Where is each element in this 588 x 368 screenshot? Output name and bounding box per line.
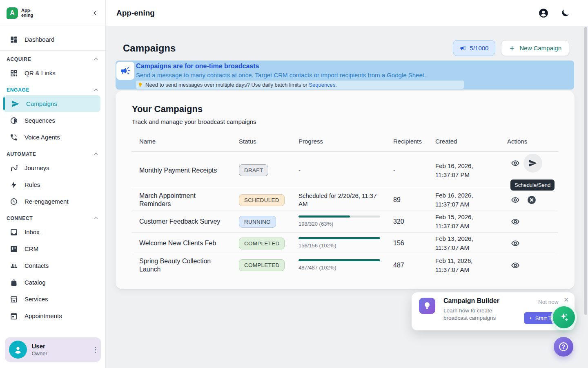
progress-bar-fill [298, 215, 350, 218]
sidebar-item-qr-links[interactable]: QR & Links [0, 65, 105, 81]
new-campaign-button[interactable]: New Campaign [501, 40, 569, 56]
sidebar-section-engage[interactable]: ENGAGE [7, 87, 99, 93]
view-button[interactable] [507, 192, 523, 208]
chevron-up-icon [93, 56, 99, 62]
sidebar-item-rules[interactable]: Rules [0, 176, 105, 193]
status-badge: RUNNING [239, 216, 276, 228]
sidebar-item-appointments[interactable]: Appointments [0, 307, 105, 324]
lightbulb-badge [419, 298, 435, 314]
actions-cell: Schedule/Send [507, 154, 557, 173]
sidebar-item-journeys[interactable]: Journeys [0, 159, 105, 176]
progress-label: 198/320 (63%) [298, 220, 382, 228]
column-header-created: Created [435, 138, 507, 145]
page-title: Campaigns [123, 43, 176, 54]
eye-icon [511, 195, 520, 204]
sidebar-section-automate[interactable]: AUTOMATE [7, 151, 99, 157]
sidebar-item-sequences[interactable]: Sequences [0, 112, 105, 129]
sidebar-item-services[interactable]: Services [0, 291, 105, 307]
send-icon [528, 159, 537, 168]
created-cell: Feb 11, 2026, 11:37:07 AM [435, 256, 507, 274]
user-card[interactable]: User Owner [5, 337, 101, 362]
sidebar-item-label: Journeys [24, 164, 49, 171]
person-icon [13, 344, 23, 355]
campaign-name: Customer Feedback Survey [139, 218, 239, 226]
dark-mode-toggle[interactable] [560, 8, 570, 18]
topbar: App-ening [106, 0, 588, 26]
ai-assistant-fab[interactable] [553, 306, 575, 328]
campaign-quota-badge[interactable]: 5/1000 [453, 40, 496, 56]
sidebar-item-crm[interactable]: CRM [0, 240, 105, 257]
banner-icon-box [116, 62, 134, 80]
recipients-cell: 320 [393, 218, 435, 225]
help-fab[interactable] [554, 337, 573, 357]
sidebar-user-panel: User Owner [0, 331, 105, 368]
view-button[interactable] [507, 257, 523, 274]
campaign-name: Spring Beauty Collection Launch [139, 257, 239, 274]
sequences-link[interactable]: Sequences [309, 82, 335, 88]
sidebar-item-label: Contacts [24, 262, 49, 269]
clock-icon [10, 197, 18, 206]
not-now-button[interactable]: Not now [538, 299, 559, 305]
info-banner: Campaigns are for one-time broadcasts Se… [116, 61, 574, 90]
view-button[interactable] [507, 235, 523, 251]
sidebar-item-label: Campaigns [26, 100, 57, 107]
people-icon [10, 262, 18, 270]
created-cell: Feb 16, 2026, 11:37:07 AM [435, 191, 507, 209]
column-header-recipients: Recipients [393, 138, 435, 145]
recipients-cell: 487 [393, 262, 435, 269]
chevron-left-icon [91, 9, 99, 17]
popup-title: Campaign Builder [443, 297, 499, 305]
lightbulb-icon [138, 82, 143, 88]
sidebar-item-label: Services [24, 296, 48, 303]
sidebar-item-label: Voice Agents [24, 134, 60, 141]
app-logo-letter: A [10, 9, 15, 17]
sidebar-collapse-button[interactable] [91, 9, 99, 17]
kanban-icon [10, 245, 18, 253]
sidebar-item-contacts[interactable]: Contacts [0, 257, 105, 274]
eye-icon [511, 261, 520, 270]
status-badge: COMPLETED [239, 259, 285, 271]
view-button[interactable] [507, 213, 523, 230]
actions-cell [507, 235, 557, 251]
sidebar-section-connect[interactable]: CONNECT [7, 215, 99, 221]
close-icon[interactable]: ✕ [564, 296, 569, 304]
table-row: Monthly Payment Receipts DRAFT - - Feb 1… [132, 152, 558, 189]
progress-bar [298, 215, 380, 218]
schedule-send-button[interactable] [523, 154, 542, 173]
sidebar-section-acquire[interactable]: ACQUIRE [7, 56, 99, 62]
recipients-cell: 156 [393, 240, 435, 247]
progress-cell: Scheduled for 2/20/26, 11:37 AM [298, 192, 393, 209]
progress-cell: - [298, 166, 393, 174]
sidebar-item-label: Inbox [24, 229, 40, 236]
sidebar-item-inbox[interactable]: Inbox [0, 224, 105, 240]
created-cell: Feb 15, 2026, 11:37:07 AM [435, 213, 507, 231]
cancel-button[interactable] [523, 192, 540, 208]
person-circle-icon [538, 8, 549, 18]
shopping-bag-icon [10, 278, 18, 287]
quota-count: 5/1000 [470, 45, 489, 52]
eye-icon [511, 217, 520, 226]
half-circle-icon [10, 117, 18, 125]
topbar-title: App-ening [116, 9, 155, 18]
sidebar-item-voice-agents[interactable]: Voice Agents [0, 129, 105, 146]
created-cell: Feb 13, 2026, 11:37:07 AM [435, 234, 507, 252]
popup-subtitle: Learn how to create broadcast campaigns [443, 307, 509, 322]
eye-icon [511, 239, 520, 248]
table-header-row: Name Status Progress Recipients Created … [132, 131, 558, 152]
view-button[interactable] [507, 155, 523, 171]
sidebar-item-dashboard[interactable]: Dashboard [0, 31, 105, 48]
sidebar-item-label: Appointments [24, 312, 62, 319]
account-button[interactable] [538, 8, 549, 18]
sidebar-item-catalog[interactable]: Catalog [0, 274, 105, 291]
sidebar-item-re-engagement[interactable]: Re-engagement [0, 193, 105, 210]
banner-tip: Need to send messages over multiple days… [136, 81, 464, 89]
user-menu-dots-icon[interactable] [95, 347, 96, 353]
moon-icon [560, 8, 570, 18]
progress-cell: 198/320 (63%) [298, 215, 393, 228]
vertical-scrollbar[interactable] [584, 27, 587, 315]
megaphone-icon [120, 65, 131, 76]
sidebar-item-campaigns[interactable]: Campaigns [3, 95, 100, 112]
page-header: Campaigns 5/1000 New Campaign [123, 40, 569, 56]
user-name: User [32, 343, 47, 350]
sidebar-item-label: Rules [24, 181, 40, 188]
